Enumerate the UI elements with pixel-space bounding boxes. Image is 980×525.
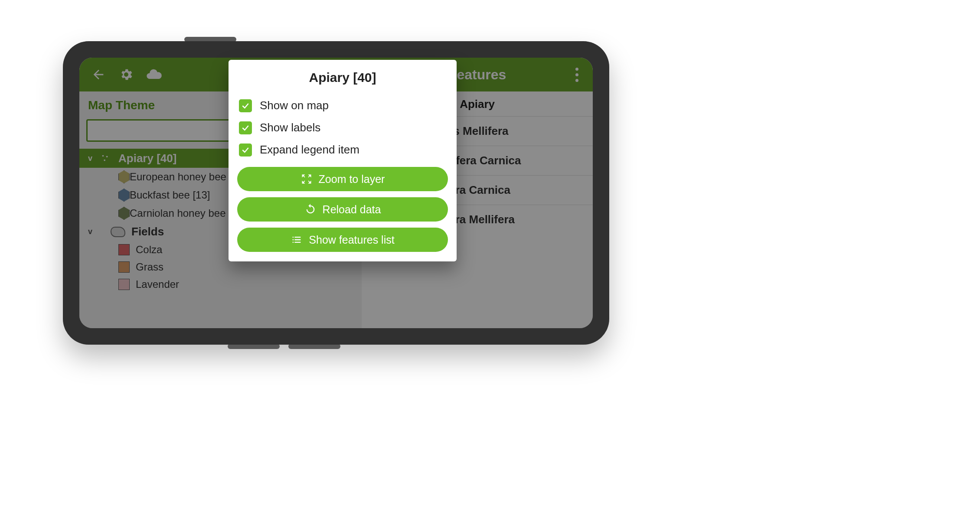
zoom-to-layer-button[interactable]: Zoom to layer	[237, 167, 448, 191]
list-icon	[291, 234, 303, 246]
button-label: Reload data	[323, 203, 381, 216]
button-label: Show features list	[309, 234, 394, 246]
checkbox-icon	[239, 143, 252, 157]
layer-properties-dialog: Apiary [40] Show on map Show labels Expa…	[229, 60, 457, 261]
reload-data-button[interactable]: Reload data	[237, 197, 448, 222]
show-features-list-button[interactable]: Show features list	[237, 228, 448, 252]
checkbox-icon	[239, 121, 252, 134]
checkbox-label: Show on map	[260, 99, 329, 112]
checkbox-icon	[239, 99, 252, 112]
button-label: Zoom to layer	[319, 173, 385, 186]
checkbox-label: Expand legend item	[260, 143, 359, 157]
show-on-map-checkbox[interactable]: Show on map	[237, 95, 448, 117]
expand-legend-checkbox[interactable]: Expand legend item	[237, 139, 448, 161]
reload-icon	[304, 203, 317, 215]
show-labels-checkbox[interactable]: Show labels	[237, 117, 448, 139]
checkbox-label: Show labels	[260, 121, 320, 134]
expand-icon	[301, 173, 313, 185]
dialog-title: Apiary [40]	[237, 70, 448, 85]
